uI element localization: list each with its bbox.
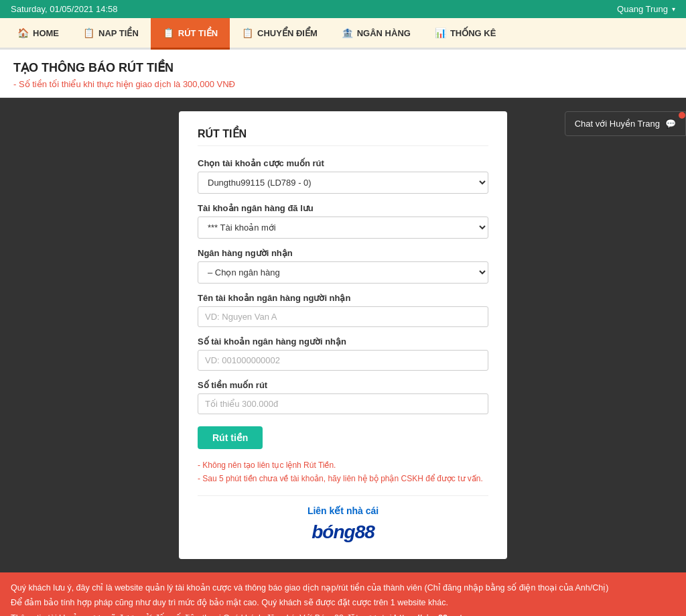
nganhang-icon: 🏦 xyxy=(342,27,353,38)
nav-label-thongke: THỐNG KÊ xyxy=(450,28,496,38)
main-content: Chat với Huyền Trang 💬 RÚT TIỀN Chọn tài… xyxy=(0,98,686,572)
sotaikhoan-input[interactable] xyxy=(198,350,488,371)
nav-label-ruttien: RÚT TIỀN xyxy=(178,28,218,38)
page-title: TẠO THÔNG BÁO RÚT TIỀN xyxy=(13,60,673,75)
form-notes: - Không nên tạo liên tục lệnh Rút Tiền. … xyxy=(198,458,488,486)
bong88-logo[interactable]: bóng88 xyxy=(198,521,488,543)
taikhoannganhang-group: Tài khoản ngân hàng đã lưu *** Tài khoản… xyxy=(198,203,488,239)
nav-label-naptien: NAP TIỀN xyxy=(98,28,139,38)
chat-label: Chat với Huyền Trang xyxy=(575,119,660,129)
nganhannguoinhan-label: Ngân hàng người nhận xyxy=(198,248,488,258)
home-icon: 🏠 xyxy=(17,27,29,38)
chontaikhoan-group: Chọn tài khoản cược muốn rút Dungthu9911… xyxy=(198,158,488,194)
lienket-section: Liên kết nhà cái bóng88 xyxy=(198,505,488,543)
tentaikhoan-label: Tên tài khoản ngân hàng người nhận xyxy=(198,293,488,303)
form-note-1: - Không nên tạo liên tục lệnh Rút Tiền. xyxy=(198,458,488,472)
form-title: RÚT TIỀN xyxy=(198,127,488,146)
notice-line-3: Thông tin tài khoản cược sẽ được gửi đến… xyxy=(11,611,675,616)
notice-link[interactable]: https://viva88.net xyxy=(394,613,462,616)
taikhoannganhang-select[interactable]: *** Tài khoản mới xyxy=(198,217,488,239)
notice-line-2: Để đảm bảo tính hợp pháp cũng như duy tr… xyxy=(11,595,675,611)
page-note: - Số tiền tối thiểu khi thực hiện giao d… xyxy=(13,79,673,89)
nav-item-thongke[interactable]: 📊 THỐNG KÊ xyxy=(423,18,508,50)
naptien-icon: 📋 xyxy=(83,27,94,38)
chevron-down-icon: ▾ xyxy=(672,5,675,13)
sotien-input[interactable] xyxy=(198,393,488,414)
username-label: Quang Trung xyxy=(617,4,668,14)
nav-item-ruttien[interactable]: 📋 RÚT TIỀN xyxy=(151,18,230,50)
tentaikhoan-input[interactable] xyxy=(198,306,488,327)
chontaikhoan-label: Chọn tài khoản cược muốn rút xyxy=(198,158,488,168)
notice-line-1: Quý khách lưu ý, đây chỉ là website quản… xyxy=(11,580,675,596)
nav-label-nganhang: NGÂN HÀNG xyxy=(357,28,411,38)
tentaikhoan-group: Tên tài khoản ngân hàng người nhận xyxy=(198,293,488,327)
sotien-label: Số tiền muốn rút xyxy=(198,380,488,390)
taikhoannganhang-label: Tài khoản ngân hàng đã lưu xyxy=(198,203,488,213)
nav-label-home: HOME xyxy=(33,28,59,38)
chat-icon: 💬 xyxy=(665,119,676,129)
chat-notification-dot xyxy=(679,112,685,119)
thongke-icon: 📊 xyxy=(435,27,446,38)
form-card: RÚT TIỀN Chọn tài khoản cược muốn rút Du… xyxy=(179,111,507,559)
lienket-title: Liên kết nhà cái xyxy=(198,505,488,516)
ruttien-button[interactable]: Rút tiền xyxy=(198,426,263,449)
form-divider xyxy=(198,495,488,496)
page-header: TẠO THÔNG BÁO RÚT TIỀN - Số tiền tối thi… xyxy=(0,50,686,98)
chuyendiem-icon: 📋 xyxy=(242,27,253,38)
notice-bar: Quý khách lưu ý, đây chỉ là website quản… xyxy=(0,572,686,616)
form-note-2: - Sau 5 phút tiền chưa về tài khoản, hãy… xyxy=(198,472,488,485)
user-menu[interactable]: Quang Trung ▾ xyxy=(617,4,675,14)
nganhannguoinhan-select[interactable]: – Chọn ngân hàng xyxy=(198,261,488,284)
chat-button[interactable]: Chat với Huyền Trang 💬 xyxy=(565,111,686,136)
nav-item-nganhang[interactable]: 🏦 NGÂN HÀNG xyxy=(330,18,423,50)
sotaikhoan-label: Số tài khoản ngân hàng người nhận xyxy=(198,336,488,347)
sotaikhoan-group: Số tài khoản ngân hàng người nhận xyxy=(198,336,488,371)
top-bar: Saturday, 01/05/2021 14:58 Quang Trung ▾ xyxy=(0,0,686,18)
nav-label-chuyendiem: CHUYỂN ĐIỂM xyxy=(257,28,318,38)
ruttien-icon: 📋 xyxy=(163,27,174,38)
nav-bar: 🏠 HOME 📋 NAP TIỀN 📋 RÚT TIỀN 📋 CHUYỂN ĐI… xyxy=(0,18,686,50)
nav-item-naptien[interactable]: 📋 NAP TIỀN xyxy=(71,18,151,50)
sotien-group: Số tiền muốn rút xyxy=(198,380,488,414)
nganhannguoinhan-group: Ngân hàng người nhận – Chọn ngân hàng xyxy=(198,248,488,284)
chontaikhoan-select[interactable]: Dungthu99115 (LD789 - 0) xyxy=(198,172,488,194)
nav-item-chuyendiem[interactable]: 📋 CHUYỂN ĐIỂM xyxy=(230,18,330,50)
nav-item-home[interactable]: 🏠 HOME xyxy=(5,18,71,50)
datetime-label: Saturday, 01/05/2021 14:58 xyxy=(11,4,118,14)
